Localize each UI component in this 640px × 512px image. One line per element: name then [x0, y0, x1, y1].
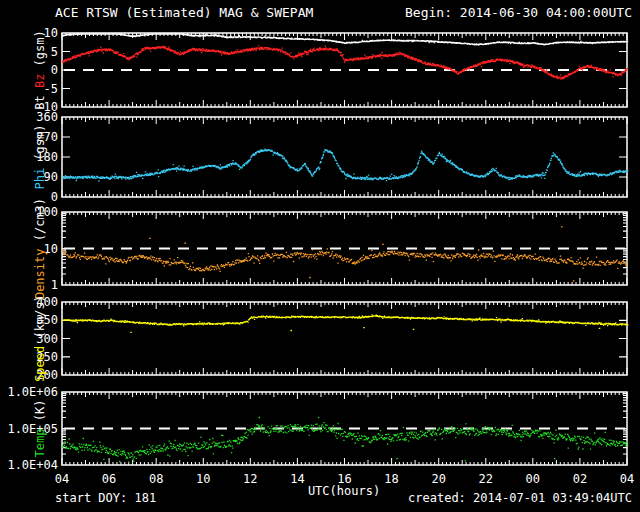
x-tick-label: 12: [243, 472, 257, 486]
chart-canvas: ACE RTSW (Estimated) MAG & SWEPAM Begin:…: [0, 0, 640, 512]
x-tick-label: 02: [573, 472, 587, 486]
x-tick-label: 14: [290, 472, 304, 486]
y-tick-label: 1.0E+06: [7, 385, 58, 399]
x-tick-label: 20: [431, 472, 445, 486]
y-tick-label: 1: [51, 278, 58, 292]
y-tick-label: 1.0E+04: [7, 458, 58, 472]
y-tick-label: 0: [51, 190, 58, 204]
x-tick-label: 04: [620, 472, 634, 486]
y-tick-label: 0: [51, 63, 58, 77]
x-tick-label: 08: [149, 472, 163, 486]
y-axis-label: Speed (km/s): [33, 295, 47, 382]
y-axis-label: Density (/cm3): [33, 198, 47, 299]
y-axis-label: Phi (gsm): [33, 124, 47, 189]
y-axis-label: Bt Bz (gsm): [33, 30, 47, 110]
y-axis-label: Temp (K): [33, 400, 47, 458]
begin-timestamp-label: Begin: 2014-06-30 04:00:00UTC: [405, 5, 632, 20]
x-tick-label: 04: [55, 472, 69, 486]
x-tick-label: 10: [196, 472, 210, 486]
created-timestamp-label: created: 2014-07-01 03:49:04UTC: [408, 491, 632, 505]
x-axis-title: UTC(hours): [308, 484, 380, 498]
x-tick-label: 18: [384, 472, 398, 486]
chart-title: ACE RTSW (Estimated) MAG & SWEPAM: [55, 5, 313, 20]
x-tick-label: 22: [479, 472, 493, 486]
start-doy-label: start DOY: 181: [55, 491, 156, 505]
x-tick-label: 06: [102, 472, 116, 486]
ace-rtsw-plot-window: ACE RTSW (Estimated) MAG & SWEPAM Begin:…: [0, 0, 640, 512]
y-tick-label: 360: [36, 110, 58, 124]
x-tick-label: 00: [526, 472, 540, 486]
y-tick-label: 5: [51, 45, 58, 59]
